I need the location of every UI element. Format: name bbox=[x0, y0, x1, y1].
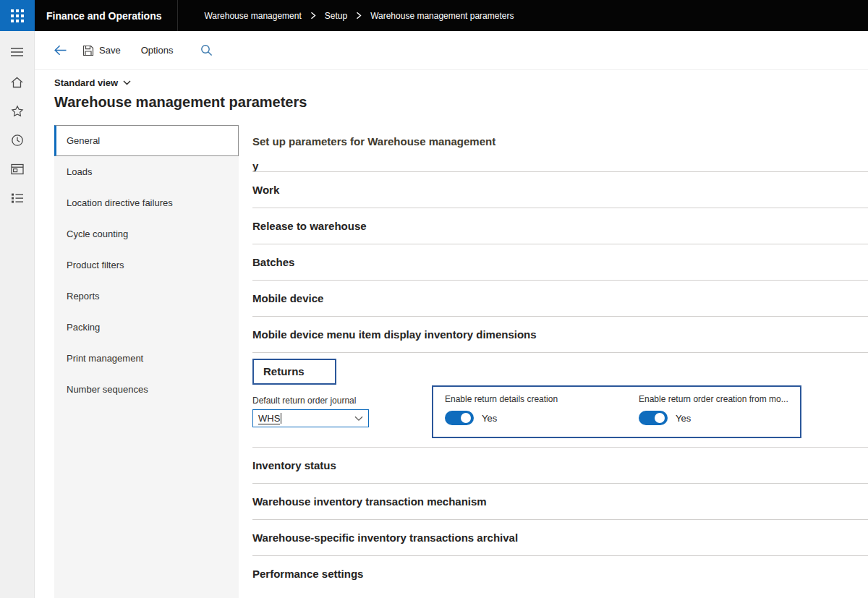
page-title: Warehouse management parameters bbox=[54, 94, 307, 111]
enable-return-details-toggle[interactable] bbox=[445, 411, 474, 425]
nav-tab-cycle-counting[interactable]: Cycle counting bbox=[54, 218, 239, 249]
breadcrumb-chevron-icon bbox=[310, 12, 316, 20]
left-navigation-rail bbox=[0, 31, 35, 598]
section-header-warehouse-inventory-transaction-mechanism[interactable]: Warehouse inventory transaction mechanis… bbox=[252, 483, 868, 519]
expand-menu-button[interactable] bbox=[0, 38, 35, 67]
clock-icon bbox=[11, 134, 24, 147]
nav-tab-general[interactable]: General bbox=[54, 125, 239, 156]
task-list-button[interactable] bbox=[0, 184, 35, 213]
general-tab-content: Set up parameters for Warehouse manageme… bbox=[252, 124, 868, 598]
form-window-icon bbox=[11, 163, 24, 175]
nav-tab-packing[interactable]: Packing bbox=[54, 312, 239, 343]
enable-return-details-label: Enable return details creation bbox=[445, 394, 626, 404]
toggle-row: Yes bbox=[639, 411, 805, 425]
search-button[interactable] bbox=[196, 40, 216, 61]
breadcrumb-item-warehouse-management[interactable]: Warehouse management bbox=[204, 11, 301, 21]
nav-tab-print-management[interactable]: Print management bbox=[54, 343, 239, 374]
nav-tab-location-directive-failures[interactable]: Location directive failures bbox=[54, 187, 239, 218]
toggle-knob bbox=[461, 413, 471, 423]
default-return-order-journal-label: Default return order journal bbox=[252, 396, 432, 406]
chevron-down-icon bbox=[123, 80, 131, 85]
top-app-bar: Finance and Operations Warehouse managem… bbox=[0, 0, 868, 31]
returns-fields: Default return order journal WHS Enable … bbox=[252, 385, 868, 447]
section-header-release-to-warehouse[interactable]: Release to warehouse bbox=[252, 208, 868, 244]
toggle-row: Yes bbox=[445, 411, 626, 425]
parameters-panel: General Loads Location directive failure… bbox=[54, 124, 868, 598]
breadcrumb: Warehouse management Setup Warehouse man… bbox=[204, 11, 514, 21]
parameters-tab-list: General Loads Location directive failure… bbox=[54, 124, 239, 598]
nav-tab-loads[interactable]: Loads bbox=[54, 156, 239, 187]
text-caret bbox=[281, 413, 281, 424]
content-heading: Set up parameters for Warehouse manageme… bbox=[252, 124, 868, 148]
options-button[interactable]: Options bbox=[141, 45, 174, 56]
view-selector[interactable]: Standard view bbox=[54, 77, 131, 88]
nav-tab-reports[interactable]: Reports bbox=[54, 281, 239, 312]
toggle-value: Yes bbox=[676, 413, 691, 424]
nav-tab-number-sequences[interactable]: Number sequences bbox=[54, 374, 239, 405]
waffle-icon bbox=[11, 9, 24, 22]
search-icon bbox=[200, 44, 213, 56]
hamburger-icon bbox=[10, 47, 24, 57]
save-icon bbox=[82, 45, 94, 56]
topbar-divider bbox=[177, 0, 178, 31]
save-button-label: Save bbox=[99, 45, 121, 56]
enable-return-order-creation-field: Enable return order creation from mo... … bbox=[639, 394, 805, 425]
enable-return-order-creation-toggle[interactable] bbox=[639, 411, 668, 425]
home-icon bbox=[10, 76, 24, 89]
arrow-left-icon bbox=[53, 44, 67, 56]
section-header-batches[interactable]: Batches bbox=[252, 244, 868, 280]
section-header-work[interactable]: Work bbox=[252, 171, 868, 208]
clipped-section-text: y bbox=[252, 160, 868, 171]
chevron-down-icon bbox=[354, 416, 363, 422]
enable-return-order-creation-label: Enable return order creation from mo... bbox=[639, 394, 805, 404]
combobox-value: WHS bbox=[258, 413, 280, 424]
star-icon bbox=[11, 105, 24, 118]
breadcrumb-chevron-icon bbox=[356, 12, 362, 20]
section-header-inventory-status[interactable]: Inventory status bbox=[252, 447, 868, 483]
action-toolbar: Save Options bbox=[35, 31, 868, 70]
toggle-knob bbox=[655, 413, 665, 423]
combobox-chevron-button[interactable] bbox=[354, 416, 363, 422]
favorites-button[interactable] bbox=[0, 97, 35, 126]
home-button[interactable] bbox=[0, 68, 35, 97]
app-title[interactable]: Finance and Operations bbox=[35, 10, 177, 22]
section-header-warehouse-specific-transactions-archival[interactable]: Warehouse-specific inventory transaction… bbox=[252, 519, 868, 555]
workspace-button[interactable] bbox=[0, 155, 35, 184]
recent-button[interactable] bbox=[0, 126, 35, 155]
breadcrumb-item-setup[interactable]: Setup bbox=[325, 11, 347, 21]
section-returns: Returns Default return order journal WHS bbox=[252, 352, 868, 447]
nav-tab-product-filters[interactable]: Product filters bbox=[54, 249, 239, 281]
default-return-order-journal-combobox[interactable]: WHS bbox=[252, 409, 369, 427]
view-selector-label: Standard view bbox=[54, 77, 118, 88]
page-body: Standard view Warehouse management param… bbox=[35, 70, 868, 598]
toggle-value: Yes bbox=[482, 413, 497, 424]
default-return-order-journal-field: Default return order journal WHS bbox=[252, 385, 432, 427]
app-launcher-button[interactable] bbox=[0, 0, 35, 31]
enable-return-details-field: Enable return details creation Yes bbox=[445, 394, 626, 425]
section-header-returns[interactable]: Returns bbox=[252, 359, 336, 385]
section-header-mobile-device-dimensions[interactable]: Mobile device menu item display inventor… bbox=[252, 316, 868, 352]
list-icon bbox=[11, 193, 24, 203]
section-header-performance-settings[interactable]: Performance settings bbox=[252, 555, 868, 591]
save-button[interactable]: Save bbox=[82, 45, 121, 56]
breadcrumb-item-warehouse-management-parameters[interactable]: Warehouse management parameters bbox=[370, 11, 514, 21]
section-header-mobile-device[interactable]: Mobile device bbox=[252, 280, 868, 316]
back-button[interactable] bbox=[49, 40, 71, 61]
returns-field-group: Enable return details creation Yes Enabl… bbox=[432, 385, 801, 438]
